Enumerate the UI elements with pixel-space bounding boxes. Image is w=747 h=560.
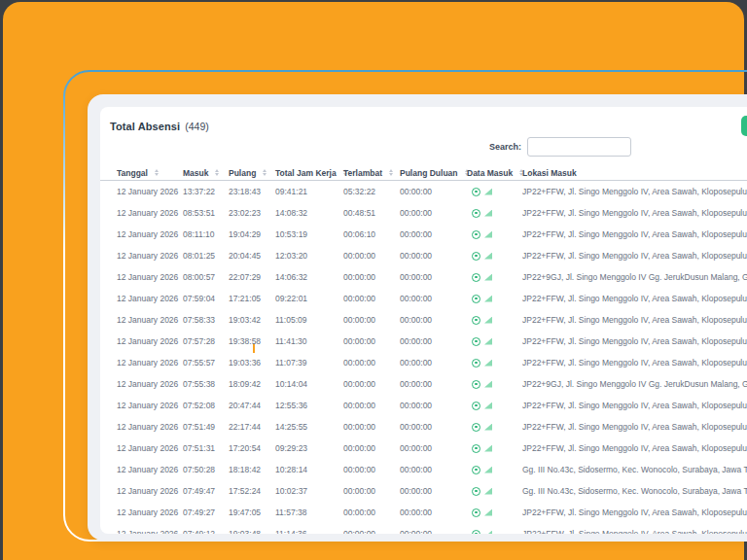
signal-icon[interactable] [484,189,492,195]
cell-masuk: 07:55:57 [183,358,229,368]
cell-data-masuk [467,316,522,325]
cell-pulang-duluan: 00:00:00 [400,529,467,534]
cell-total-jam-kerja: 11:07:39 [275,358,343,368]
circled-dot-checkin-icon[interactable] [472,359,480,368]
cell-lokasi-masuk: JP22+9GJ, Jl. Singo Menggolo IV Gg. Jeru… [522,272,747,282]
cell-pulang: 18:18:42 [229,465,275,474]
circled-dot-checkin-icon[interactable] [472,252,480,261]
table-row: 12 January 2026 07:59:04 17:21:05 09:22:… [100,288,747,309]
cell-terlambat: 00:00:00 [343,315,400,325]
cell-tanggal: 12 January 2026 [117,272,183,282]
signal-icon[interactable] [484,231,492,238]
column-header-terlambat[interactable]: Terlambat [343,168,400,178]
table-row: 12 January 2026 07:57:28 19:38:58 11:41:… [100,331,747,352]
cell-tanggal: 12 January 2026 [117,379,183,389]
sort-carets-icon[interactable] [389,169,393,177]
cell-lokasi-masuk: JP22+FFW, Jl. Singo Menggolo IV, Area Sa… [522,529,747,534]
signal-icon[interactable] [484,381,492,388]
cell-pulang: 23:02:23 [229,208,275,218]
cell-data-masuk [467,273,522,282]
cell-pulang: 17:20:54 [229,443,275,453]
cell-masuk: 07:51:31 [183,443,229,453]
cell-pulang-duluan: 00:00:00 [400,187,467,196]
column-header-tanggal[interactable]: Tanggal [117,168,183,178]
cell-pulang-duluan: 00:00:00 [400,465,467,474]
column-header-data-masuk[interactable]: Data Masuk [467,168,522,178]
signal-icon[interactable] [484,253,492,260]
signal-icon[interactable] [484,424,492,431]
signal-icon[interactable] [484,210,492,217]
cell-terlambat: 00:00:00 [343,401,400,410]
cell-tanggal: 12 January 2026 [117,508,183,517]
signal-icon[interactable] [484,467,492,473]
signal-icon[interactable] [484,509,492,516]
column-header-pulang-duluan[interactable]: Pulang Duluan [400,168,467,178]
cell-total-jam-kerja: 11:57:38 [275,508,343,517]
cell-masuk: 13:37:22 [183,187,229,196]
page-background: Total Absensi (449) + Search: Tanggal Ma… [0,0,747,560]
search-label: Search: [489,142,521,152]
add-button[interactable]: + [741,116,747,136]
table-row: 12 January 2026 07:51:49 22:17:44 14:25:… [100,416,747,438]
cell-data-masuk [467,444,522,453]
cell-pulang: 19:04:29 [229,229,275,239]
signal-icon[interactable] [484,296,492,302]
search-input[interactable] [527,137,631,157]
signal-icon[interactable] [484,274,492,281]
signal-icon[interactable] [484,531,492,535]
circled-dot-checkin-icon[interactable] [472,273,480,282]
circled-dot-checkin-icon[interactable] [472,402,480,410]
signal-icon[interactable] [484,445,492,452]
cell-terlambat: 00:00:00 [343,422,400,432]
cell-lokasi-masuk: JP22+FFW, Jl. Singo Menggolo IV, Area Sa… [522,229,747,239]
cell-terlambat: 00:00:00 [343,294,400,303]
sort-carets-icon[interactable] [263,169,267,177]
circled-dot-checkin-icon[interactable] [472,209,480,218]
sort-carets-icon[interactable] [155,169,159,177]
cell-tanggal: 12 January 2026 [117,187,183,196]
column-header-masuk[interactable]: Masuk [183,168,229,178]
circled-dot-checkin-icon[interactable] [472,487,480,496]
circled-dot-checkin-icon[interactable] [472,444,480,453]
cell-data-masuk [467,252,522,261]
signal-icon[interactable] [484,488,492,495]
cell-terlambat: 00:00:00 [343,251,400,261]
signal-icon[interactable] [484,317,492,324]
cell-lokasi-masuk: JP22+FFW, Jl. Singo Menggolo IV, Area Sa… [522,422,747,432]
cell-terlambat: 00:00:00 [343,379,400,389]
cell-tanggal: 12 January 2026 [117,229,183,239]
cell-pulang-duluan: 00:00:00 [400,272,467,282]
signal-icon[interactable] [484,360,492,367]
circled-dot-checkin-icon[interactable] [472,380,480,389]
cell-masuk: 07:50:28 [183,465,229,474]
cell-terlambat: 00:00:00 [343,443,400,453]
circled-dot-checkin-icon[interactable] [472,230,480,239]
signal-icon[interactable] [484,338,492,345]
cell-lokasi-masuk: JP22+FFW, Jl. Singo Menggolo IV, Area Sa… [522,508,747,517]
cell-pulang-duluan: 00:00:00 [400,486,467,496]
table-header-row: Tanggal Masuk Pulang Total Jam Kerja Ter… [100,165,747,181]
circled-dot-checkin-icon[interactable] [472,466,480,474]
column-header-total-jam-kerja[interactable]: Total Jam Kerja [275,168,343,178]
circled-dot-checkin-icon[interactable] [472,423,480,432]
column-header-pulang[interactable]: Pulang [229,168,275,178]
circled-dot-checkin-icon[interactable] [472,316,480,325]
cell-pulang: 23:18:43 [229,187,275,196]
column-header-lokasi-masuk[interactable]: Lokasi Masuk [522,168,747,178]
circled-dot-checkin-icon[interactable] [472,188,480,196]
cell-total-jam-kerja: 10:14:04 [275,379,343,389]
circled-dot-checkin-icon[interactable] [472,337,480,346]
table-row: 12 January 2026 07:52:08 20:47:44 12:55:… [100,395,747,416]
cell-data-masuk [467,530,522,535]
cell-pulang: 17:52:24 [229,486,275,496]
cell-data-masuk [467,466,522,474]
signal-icon[interactable] [484,402,492,409]
circled-dot-checkin-icon[interactable] [472,530,480,535]
cell-tanggal: 12 January 2026 [117,465,183,474]
circled-dot-checkin-icon[interactable] [472,295,480,303]
circled-dot-checkin-icon[interactable] [472,508,480,517]
cell-pulang-duluan: 00:00:00 [400,379,467,389]
sort-carets-icon[interactable] [215,169,219,177]
card-header: Total Absensi (449) [110,115,747,138]
table-row: 12 January 2026 07:49:47 17:52:24 10:02:… [100,480,747,502]
